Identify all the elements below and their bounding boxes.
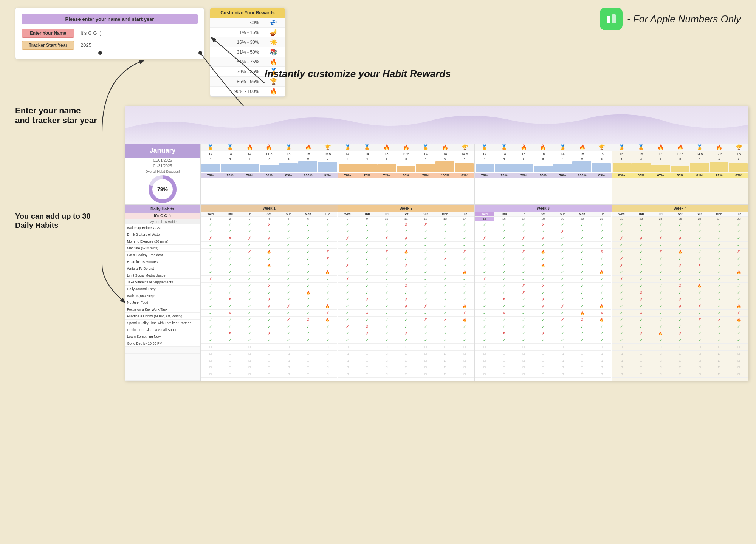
pct-cell: 81% [690,173,710,178]
check-cell: ✓ [670,255,690,262]
week-header-cell: Week 1 [201,205,338,212]
check-cell: ✓ [631,303,651,310]
check-cell: ✗ [338,323,358,330]
check-cell: ✓ [612,249,632,255]
check-cell: ✓ [553,289,573,296]
check-row: □□□□□□□ [612,364,749,371]
check-cell: □ [494,357,514,364]
check-cell: ✓ [338,289,358,296]
check-cell: □ [553,357,573,364]
stat-cell: 8 [533,156,553,161]
check-cell: ✓ [612,289,632,296]
check-row: □□□□□□□ [338,364,475,371]
check-cell: ✓ [279,235,299,242]
day-header: Thu [357,212,377,217]
stat-cell: 8 [396,156,416,161]
check-cell: □ [220,357,240,364]
reward-row: <0%💤 [210,18,285,28]
check-cell: ✓ [416,249,435,255]
day-number: 14 [455,217,474,221]
pct-cell: 78% [494,173,514,178]
check-cell: ✓ [318,296,338,303]
check-row: ✓✗✓✗✓✓✓ [475,330,612,337]
emoji-cell: 🔥 [377,144,397,151]
check-cell: ✗ [338,262,358,269]
check-cell: □ [651,357,671,364]
check-cell: ✓ [298,303,318,310]
check-cell: ✓ [357,317,377,323]
check-row: ✓✓✓✓✓✓✓ [201,337,338,344]
check-cell: ✓ [338,221,358,228]
check-cell: □ [553,344,573,351]
check-cell: ✓ [631,276,651,283]
check-cell: ✓ [670,337,690,344]
check-cell: ✓ [729,289,748,296]
check-cell: ✓ [338,330,358,337]
check-cell: ✓ [651,317,671,323]
check-cell: □ [710,351,729,357]
check-cell: □ [220,371,240,378]
check-cell: ✓ [318,330,338,337]
day-header: Fri [514,212,533,217]
check-cell: ✓ [455,255,474,262]
check-row: ✓✗✓✗✓✓✓ [338,330,475,337]
stat-cell: 10.5 [670,151,690,156]
check-cell: ✓ [338,269,358,276]
check-cell: □ [710,364,729,371]
check-cell: ✓ [201,289,220,296]
reward-emoji: 🔥 [262,87,285,96]
check-cell: ✓ [201,303,220,310]
check-cell: ✓ [318,323,338,330]
check-cell: ✗ [670,283,690,289]
weeks-habits: Week 1WedThuFriSatSunMonTue1234567✓✓✓✗✓✓… [200,205,748,381]
check-cell: ✓ [416,323,435,330]
check-row: ✓✓✓✗✓✓✓ [201,283,338,289]
check-cell: ✓ [298,337,318,344]
check-row: ✓✓✓✓✓✓✓ [475,337,612,344]
habit-name-row [125,367,200,374]
pct-cell: 78% [475,173,494,178]
day-number: 12 [416,217,435,221]
day-number: 10 [377,217,397,221]
stat-cell: 18 [435,151,455,156]
check-cell: ✗ [514,249,533,255]
emoji-cell: 🔥 [298,144,318,151]
check-cell: □ [710,357,729,364]
reward-range: 31% - 50% [210,47,262,57]
check-cell: □ [514,344,533,351]
check-cell: ✓ [298,296,318,303]
stats-row-2: 4458404 [338,156,475,161]
check-row: ✗✓✓✗✓✓✓ [338,262,475,269]
check-cell: ✓ [494,289,514,296]
reward-range: 16% - 30% [210,37,262,47]
check-cell: ✓ [318,262,338,269]
check-cell: ✓ [220,228,240,235]
check-cell: □ [670,364,690,371]
check-cell: ✗ [220,330,240,337]
check-cell: □ [377,344,397,351]
check-cell: ✓ [572,276,592,283]
check-cell: □ [377,364,397,371]
check-cell: □ [612,371,632,378]
check-cell: □ [240,351,259,357]
stat-cell: 7 [259,156,279,161]
emoji-cell: 🏅 [357,144,377,151]
check-cell: ✓ [514,303,533,310]
day-number: 25 [670,217,690,221]
check-cell: 🔥 [592,317,612,323]
check-cell: □ [670,351,690,357]
habits-section: Daily Habits It's G G :) - My Total 18 H… [125,204,748,381]
stat-cell: 4 [220,156,240,161]
name-value[interactable]: It's G G :) [78,29,198,37]
check-cell: ✓ [710,330,729,337]
check-cell: ✓ [572,221,592,228]
check-cell: ✓ [710,296,729,303]
check-cell: ✓ [475,289,494,296]
check-cell: ✗ [553,228,573,235]
check-cell: ✓ [572,283,592,289]
check-cell: ✗ [396,330,416,337]
check-cell: ✗ [259,330,279,337]
check-cell: ✓ [592,283,612,289]
year-value[interactable]: 2025 [78,42,198,49]
check-cell: ✗ [240,235,259,242]
